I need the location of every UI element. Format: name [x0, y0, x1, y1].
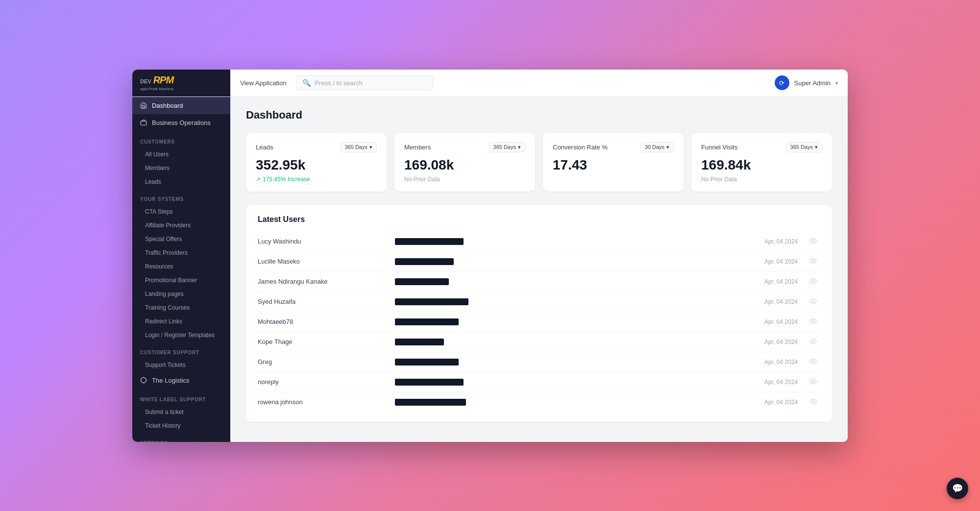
avatar-icon: ⟳	[779, 79, 784, 87]
user-bar	[395, 379, 464, 386]
stat-title-leads: Leads	[256, 144, 273, 151]
eye-icon	[809, 317, 817, 325]
user-view-button[interactable]	[806, 237, 820, 246]
user-avatar: ⟳	[775, 75, 789, 90]
settings-section-label: SETTINGS	[132, 433, 230, 442]
svg-point-1	[812, 240, 814, 242]
stat-period-funnel: 365 Days	[790, 144, 813, 150]
sidebar-item-training-courses[interactable]: Training Courses	[132, 301, 230, 315]
sidebar-item-dashboard[interactable]: Dashboard	[132, 97, 230, 114]
user-row: Lucille Maseko Apr, 04 2024	[258, 252, 820, 272]
user-view-button[interactable]	[806, 277, 820, 286]
sidebar-item-landing-pages[interactable]: Landing pages	[132, 287, 230, 301]
customers-section-label: CUSTOMERS	[132, 131, 230, 147]
user-bar	[395, 258, 454, 265]
customer-support-section-label: CUSTOMER SUPPORT	[132, 342, 230, 358]
user-bar	[395, 278, 449, 285]
user-view-button[interactable]	[806, 257, 820, 266]
sidebar-item-submit-ticket[interactable]: Submit a ticket	[132, 405, 230, 419]
briefcase-icon	[140, 119, 147, 126]
sidebar-item-traffic-providers[interactable]: Traffic Providers	[132, 246, 230, 260]
user-date-cell: Apr, 04 2024	[727, 238, 806, 245]
svg-point-3	[812, 280, 814, 282]
sidebar-item-redirect-links[interactable]: Redirect Links	[132, 315, 230, 328]
user-bar	[395, 339, 444, 345]
stat-change-leads: ↗ 175.45% Increase	[256, 176, 377, 183]
main-content: Dashboard Leads 365 Days ▾ 352.95k ↗	[230, 97, 848, 442]
user-name-cell: Mohtaeeb78	[258, 318, 395, 325]
chevron-icon: ▾	[666, 144, 669, 150]
user-view-button[interactable]	[806, 297, 820, 306]
sidebar-item-logistics[interactable]: The Logistics	[132, 372, 230, 389]
eye-icon	[809, 398, 817, 405]
user-view-button[interactable]	[806, 317, 820, 326]
stat-period-leads: 365 Days	[345, 144, 368, 150]
chevron-down-icon[interactable]: ▾	[835, 80, 838, 86]
sidebar-item-resources[interactable]: Resources	[132, 260, 230, 273]
user-date-cell: Apr, 04 2024	[727, 298, 806, 305]
sidebar-item-business-operations[interactable]: Business Operations	[132, 114, 230, 131]
sidebar-item-support-tickets[interactable]: Support Tickets	[132, 358, 230, 372]
user-date-cell: Apr, 04 2024	[727, 318, 806, 325]
sidebar-item-cta-steps[interactable]: CTA Steps	[132, 205, 230, 219]
user-date-cell: Apr, 04 2024	[727, 339, 806, 345]
user-row: Lucy Washindu Apr, 04 2024	[258, 232, 820, 252]
stat-card-funnel: Funnel Visits 365 Days ▾ 169.84k No Prio…	[691, 133, 832, 192]
user-view-button[interactable]	[806, 358, 820, 366]
user-bar	[395, 298, 468, 305]
user-view-button[interactable]	[806, 398, 820, 407]
eye-icon	[809, 237, 817, 244]
stat-value-funnel: 169.84k	[701, 157, 822, 173]
chat-bubble-button[interactable]: 💬	[947, 478, 968, 499]
user-view-button[interactable]	[806, 338, 820, 346]
svg-point-2	[812, 260, 814, 262]
user-row: noreply Apr, 04 2024	[258, 372, 820, 392]
stat-title-conversion: Conversion Rate %	[553, 144, 608, 151]
sidebar-item-login-register[interactable]: Login / Register Templates	[132, 328, 230, 342]
business-operations-label: Business Operations	[152, 119, 211, 126]
topbar-right: ⟳ Super Admin ▾	[775, 75, 848, 90]
logo-subtitle: apid Profit Machine	[140, 87, 173, 91]
svg-point-7	[812, 360, 814, 362]
up-arrow-icon: ↗	[256, 176, 261, 183]
stat-period-members: 365 Days	[493, 144, 516, 150]
user-name: Super Admin	[794, 79, 831, 87]
user-name-cell: Kope Thage	[258, 338, 395, 345]
search-placeholder: Press / to search	[315, 79, 363, 87]
user-bar-col	[395, 258, 727, 265]
stat-no-data-funnel: No Prior Data	[701, 176, 822, 183]
sidebar-item-members[interactable]: Members	[132, 161, 230, 175]
view-application-button[interactable]: View Application	[240, 79, 286, 87]
sidebar-item-promotional-banner[interactable]: Promotional Banner	[132, 273, 230, 287]
user-row: Greg Apr, 04 2024	[258, 352, 820, 372]
stat-dropdown-funnel[interactable]: 365 Days ▾	[786, 142, 822, 152]
svg-point-8	[812, 380, 814, 382]
stat-dropdown-members[interactable]: 365 Days ▾	[489, 142, 525, 152]
user-view-button[interactable]	[806, 378, 820, 387]
user-name-cell: noreply	[258, 378, 395, 386]
home-icon	[140, 102, 147, 109]
stat-title-funnel: Funnel Visits	[701, 144, 737, 151]
sidebar-item-special-offers[interactable]: Special Offers	[132, 232, 230, 246]
white-label-section-label: WHITE LABEL SUPPORT	[132, 389, 230, 405]
user-bar	[395, 359, 459, 365]
logistics-label: The Logistics	[152, 377, 190, 384]
sidebar-item-ticket-history[interactable]: Ticket History	[132, 419, 230, 433]
user-bar-col	[395, 379, 727, 386]
user-bar-col	[395, 359, 727, 365]
user-name-cell: Lucy Washindu	[258, 238, 395, 245]
chat-icon: 💬	[952, 483, 963, 494]
stat-title-members: Members	[404, 144, 431, 151]
user-bar	[395, 318, 459, 325]
sidebar-item-all-users[interactable]: All Users	[132, 147, 230, 161]
users-list: Lucy Washindu Apr, 04 2024 Lucille Masek…	[258, 232, 820, 412]
stat-dropdown-leads[interactable]: 365 Days ▾	[341, 142, 377, 152]
user-row: rowena johnson Apr, 04 2024	[258, 392, 820, 412]
sidebar-item-affiliate-providers[interactable]: Affiliate Providers	[132, 219, 230, 232]
sidebar-item-leads[interactable]: Leads	[132, 175, 230, 189]
stat-card-members: Members 365 Days ▾ 169.08k No Prior Data	[394, 133, 535, 192]
main-layout: Dashboard Business Operations CUSTOMERS …	[132, 97, 848, 442]
search-bar[interactable]: 🔍 Press / to search	[296, 75, 433, 90]
user-row: Syed Huzaifa Apr, 04 2024	[258, 292, 820, 312]
stat-dropdown-conversion[interactable]: 30 Days ▾	[640, 142, 674, 152]
